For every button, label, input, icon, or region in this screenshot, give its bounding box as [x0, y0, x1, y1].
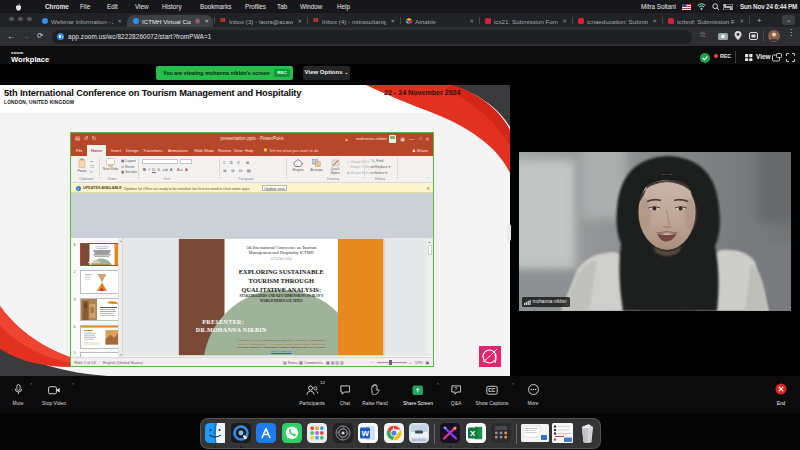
ribbon-tab-slideshow[interactable]: Slide Show [194, 148, 214, 153]
security-shield-icon[interactable] [700, 53, 710, 63]
new-tab-button[interactable]: + [757, 16, 762, 25]
reload-button[interactable]: ⟳ [37, 31, 43, 40]
tab-close-icon[interactable]: ✕ [117, 18, 122, 24]
dock-word-icon[interactable]: W [358, 423, 378, 443]
menu-window[interactable]: Window [300, 3, 322, 10]
show-captions-button[interactable]: CC Show Captions [470, 381, 514, 399]
dock-appstore-icon[interactable] [256, 423, 276, 443]
ribbon-tab-design[interactable]: Design [126, 148, 138, 153]
dock-desktop-preview-icon[interactable] [409, 423, 429, 443]
panel-resize-handle[interactable] [507, 224, 511, 241]
tab-search-button[interactable]: ⌄ [782, 15, 795, 25]
location-pin-icon[interactable] [734, 31, 742, 40]
slide-tools[interactable]: ▦ Layout↺ Reset▩ Section [121, 159, 137, 176]
stop-video-button[interactable]: Stop Video [32, 381, 76, 399]
ribbon-tab-animations[interactable]: Animations [168, 148, 188, 153]
dock-calculator-icon[interactable] [491, 423, 511, 443]
account-name[interactable]: mohanna nikbin [356, 136, 387, 141]
dock-minimized-window-2[interactable] [552, 423, 573, 443]
menu-tab[interactable]: Tab [277, 3, 287, 10]
close-icon[interactable]: ✕ [425, 136, 429, 142]
us-flag-icon[interactable] [682, 4, 691, 10]
address-bar[interactable]: app.zoom.us/wc/82228260072/start?fromPWA… [52, 30, 692, 44]
slide-thumbnail-1[interactable] [80, 243, 122, 267]
tab-close-icon[interactable]: ✕ [562, 18, 567, 24]
language-status[interactable]: English (United States) [103, 360, 143, 365]
maximize-icon[interactable]: □ [419, 136, 422, 141]
menu-bookmarks[interactable]: Bookmarks [200, 3, 232, 10]
camera-extension-icon[interactable] [718, 32, 728, 40]
traffic-light-minimize[interactable] [18, 17, 23, 22]
control-center-icon[interactable] [723, 4, 733, 10]
new-slide-button[interactable]: New Slide [102, 158, 119, 172]
ribbon-tab-transitions[interactable]: Transitions [143, 148, 162, 153]
zoom-slider-thumb[interactable] [389, 360, 392, 365]
font-name-combo[interactable] [142, 159, 178, 164]
canvas-scrollbar[interactable]: ▲ [427, 239, 432, 354]
ribbon-tab-file[interactable]: File [76, 148, 82, 153]
ribbon-tab-view[interactable]: View [234, 148, 243, 153]
menu-edit[interactable]: Edit [107, 3, 118, 10]
slide-thumbnail-2[interactable] [80, 270, 122, 294]
back-button[interactable]: ← [7, 31, 16, 41]
dock-whatsapp-icon[interactable] [282, 423, 302, 443]
quick-styles-button[interactable]: Quick Styles [327, 159, 343, 175]
comments-button[interactable]: ▩ Comments [299, 360, 323, 365]
menu-file[interactable]: File [80, 3, 90, 10]
view-mode-buttons[interactable]: ▦▤▥▧ [326, 360, 345, 365]
search-icon[interactable] [712, 3, 720, 11]
tab-inbox-mitra[interactable]: M Inbox (4) - mitrasoltanig ✕ [307, 15, 399, 28]
tab-close-icon[interactable]: ✕ [739, 18, 744, 24]
collapse-ribbon-icon[interactable]: ⌃ [427, 176, 430, 181]
traffic-light-close[interactable] [9, 17, 14, 22]
paragraph-buttons-row1[interactable]: ≡ ≣ ≢ ☰ [223, 160, 251, 165]
bookmark-star-icon[interactable]: ☆ [699, 30, 706, 39]
dock-launchpad-icon[interactable] [307, 423, 327, 443]
fullscreen-exit-icon[interactable] [786, 53, 795, 62]
profile-avatar[interactable] [768, 30, 780, 42]
menu-help[interactable]: Help [337, 3, 350, 10]
tab-close-icon[interactable]: ✕ [390, 18, 395, 24]
zoom-in-icon[interactable]: + [409, 360, 411, 365]
slide-thumbnail-4[interactable] [80, 325, 122, 349]
ribbon-tab-insert[interactable]: Insert [111, 148, 121, 153]
close-notification-icon[interactable]: ✕ [426, 186, 430, 191]
tab-ictmh-virtual-conference[interactable]: ICTMH Virtual Confer ✕ [127, 15, 213, 28]
account-avatar[interactable] [389, 135, 396, 143]
dock-minimized-window-1[interactable] [521, 424, 549, 442]
menu-history[interactable]: History [162, 3, 182, 10]
tab-icrbmf-form[interactable]: icrbmf: Submission Form ✕ [662, 15, 748, 28]
more-button[interactable]: More [511, 381, 555, 399]
dock-finder-icon[interactable] [205, 423, 225, 443]
menu-profiles[interactable]: Profiles [245, 3, 266, 10]
ribbon-tab-review[interactable]: Review [218, 148, 231, 153]
dock-excel-icon[interactable]: X [466, 423, 486, 443]
paragraph-buttons-row2[interactable]: ☱ ☲ ☷ ▤ [223, 168, 252, 173]
ribbon-tab-help[interactable]: Help [245, 148, 253, 153]
font-style-buttons[interactable]: B I U S ab Aˉ Aa A [143, 167, 189, 172]
tab-webinar-information[interactable]: Webinar Information - Zo ✕ [36, 15, 126, 28]
menu-view[interactable]: View [135, 3, 149, 10]
chrome-menu-icon[interactable]: ⋮ [787, 28, 795, 37]
notes-button[interactable]: ▤ Notes [283, 360, 298, 365]
zoom-percentage[interactable]: 53% [415, 360, 423, 365]
traffic-light-zoom[interactable] [27, 17, 32, 22]
extension-icon[interactable] [749, 32, 758, 40]
arrange-button[interactable]: Arrange [308, 159, 325, 172]
dock-trash-icon[interactable] [578, 423, 597, 443]
dock-neon-x-app-icon[interactable] [440, 423, 460, 443]
tab-close-icon[interactable]: ✕ [469, 18, 474, 24]
editing-tools[interactable]: 🔍 Find⇄ Replace ▾▱ Select ▾ [371, 159, 390, 176]
dock-chrome-icon[interactable] [384, 423, 404, 443]
tab-inbox-laura[interactable]: M Inbox (3) - laura@acave ✕ [214, 15, 306, 28]
share-button[interactable]: ♟ Share [412, 148, 428, 153]
video-options-chevron[interactable]: ⌃ [71, 382, 75, 388]
dock-quicktime-icon[interactable] [231, 423, 251, 443]
cut-copy-icons[interactable]: ✂❐✏ [90, 159, 94, 174]
participant-video[interactable]: mohanna nikbin [519, 152, 791, 311]
shapes-button[interactable]: Shapes [290, 159, 306, 172]
minimize-window-icon[interactable] [772, 53, 782, 62]
zoom-out-icon[interactable]: − [371, 360, 373, 365]
tell-me-box[interactable]: 💡 Tell me what you want to do [263, 148, 318, 153]
paste-button[interactable]: Paste [75, 158, 89, 173]
